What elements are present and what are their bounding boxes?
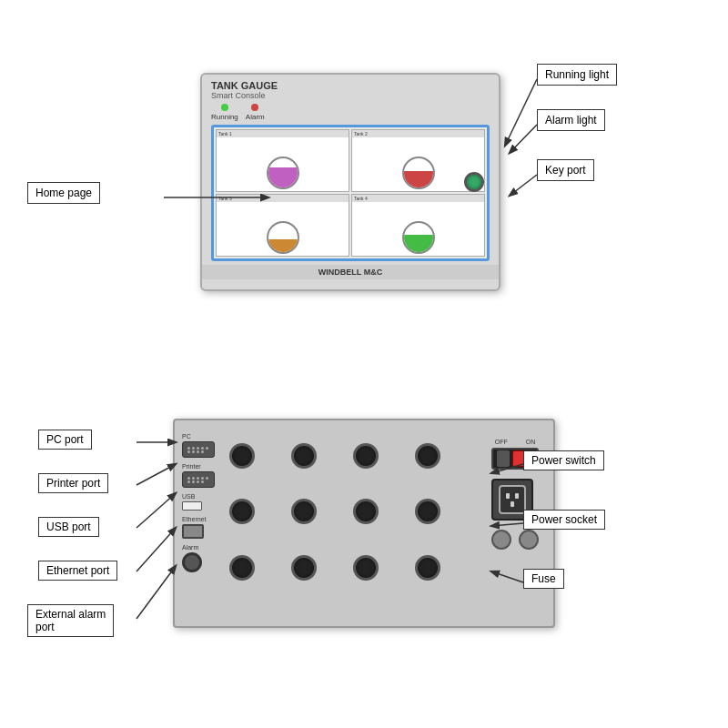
- running-light-label: Running light: [537, 64, 617, 86]
- tank-cell-4: Tank 4: [351, 194, 485, 257]
- external-alarm-label: External alarmport: [27, 604, 114, 637]
- running-led: [221, 104, 228, 111]
- printer-port-label-small: Printer: [182, 463, 201, 470]
- alarm-connector[interactable]: [182, 552, 202, 572]
- alarm-indicator: Alarm: [246, 104, 265, 121]
- pin: [187, 450, 190, 453]
- iec-pin-n: [515, 493, 519, 499]
- svg-line-5: [136, 464, 176, 485]
- pin: [206, 447, 208, 450]
- pin: [201, 447, 204, 450]
- pc-db9[interactable]: [182, 441, 215, 458]
- fuse-cap-1[interactable]: [491, 530, 511, 550]
- switch-off-side: [497, 450, 510, 467]
- svg-line-2: [510, 175, 537, 196]
- pin: [197, 480, 199, 483]
- iec-pin-l: [506, 493, 510, 499]
- pin: [201, 477, 204, 480]
- db9-pins-pc: [187, 447, 209, 453]
- ethernet-connector[interactable]: [182, 524, 204, 539]
- tank-circle-4: [402, 221, 435, 254]
- tank-header-1: Tank 1: [217, 130, 349, 137]
- round-port-3[interactable]: [353, 443, 379, 469]
- tank-fill-1: [268, 167, 298, 187]
- home-page-label: Home page: [27, 182, 100, 204]
- tank-cell-1: Tank 1: [216, 129, 349, 192]
- tank-visual-1: [217, 137, 349, 191]
- pin: [201, 450, 204, 453]
- iec-pin-g: [511, 501, 514, 507]
- tank-header-2: Tank 2: [352, 130, 484, 137]
- round-port-12[interactable]: [415, 555, 440, 581]
- pc-port-item: PC: [182, 433, 215, 458]
- back-panel-inner: PC Printer: [175, 420, 553, 626]
- tank-circle-3: [267, 221, 299, 254]
- round-port-4[interactable]: [415, 443, 440, 469]
- round-port-10[interactable]: [291, 555, 317, 581]
- alarm-label: Alarm: [246, 113, 265, 121]
- power-socket-label: Power socket: [523, 510, 605, 530]
- ethernet-port-label: Ethernet port: [38, 561, 117, 581]
- pin: [201, 480, 204, 483]
- svg-line-0: [505, 79, 537, 146]
- round-port-1[interactable]: [229, 443, 255, 469]
- tank-fill-3: [268, 239, 298, 252]
- running-label: Running: [211, 113, 238, 121]
- round-port-11[interactable]: [353, 555, 379, 581]
- pin: [187, 480, 190, 483]
- pin: [192, 447, 195, 450]
- pin: [206, 477, 208, 480]
- alarm-light-label: Alarm light: [537, 109, 605, 131]
- tank-circle-2: [402, 157, 435, 189]
- panel-title: TANK GAUGE: [211, 80, 490, 91]
- printer-port-label: Printer port: [38, 473, 108, 493]
- key-port-label: Key port: [537, 159, 594, 181]
- pc-port-label: PC port: [38, 430, 92, 450]
- round-port-6[interactable]: [291, 499, 317, 524]
- front-panel: TANK GAUGE Smart Console Running Alarm T…: [200, 73, 500, 291]
- fuse-holder: [491, 530, 539, 550]
- usb-label-small: USB: [182, 493, 195, 500]
- fuse-label: Fuse: [523, 569, 564, 589]
- round-port-8[interactable]: [415, 499, 440, 524]
- usb-port-connector[interactable]: [182, 501, 202, 511]
- screen: Tank 1 Tank 2 Tank: [211, 125, 490, 261]
- tank-fill-2: [404, 171, 433, 187]
- key-port-indicator[interactable]: [464, 172, 484, 192]
- usb-port-item: USB: [182, 493, 215, 511]
- pin: [197, 477, 199, 480]
- tank-cell-3: Tank 3: [216, 194, 349, 257]
- off-label: OFF: [495, 439, 508, 445]
- brand-strip: WINDBELL M&C: [202, 265, 499, 279]
- svg-line-7: [136, 528, 176, 571]
- printer-db9[interactable]: [182, 471, 215, 488]
- pin: [192, 480, 195, 483]
- round-port-9[interactable]: [229, 555, 255, 581]
- port-column: PC Printer: [182, 430, 215, 617]
- fuse-cap-2[interactable]: [519, 530, 539, 550]
- back-panel: PC Printer: [173, 419, 555, 628]
- panel-subtitle: Smart Console: [211, 91, 490, 100]
- round-port-5[interactable]: [229, 499, 255, 524]
- tank-fill-4: [404, 235, 433, 252]
- pin: [197, 450, 199, 453]
- screen-inner: Tank 1 Tank 2 Tank: [214, 127, 487, 258]
- iec-socket[interactable]: [499, 485, 526, 514]
- pc-port-label-small: PC: [182, 433, 191, 440]
- tank-visual-3: [217, 202, 349, 256]
- external-alarm-text: External alarmport: [35, 608, 106, 633]
- pin: [197, 447, 199, 450]
- switch-label-row: OFF ON: [495, 439, 536, 445]
- alarm-label-small: Alarm: [182, 544, 198, 551]
- round-port-2[interactable]: [291, 443, 317, 469]
- running-indicator: Running: [211, 104, 238, 121]
- svg-line-6: [136, 493, 176, 528]
- panel-header: TANK GAUGE Smart Console: [202, 75, 499, 102]
- pin: [192, 450, 195, 453]
- pin: [192, 477, 195, 480]
- on-label: ON: [526, 439, 536, 445]
- pin: [187, 477, 190, 480]
- alarm-port-item: Alarm: [182, 544, 215, 572]
- db9-pins-printer: [187, 477, 209, 483]
- round-port-7[interactable]: [353, 499, 379, 524]
